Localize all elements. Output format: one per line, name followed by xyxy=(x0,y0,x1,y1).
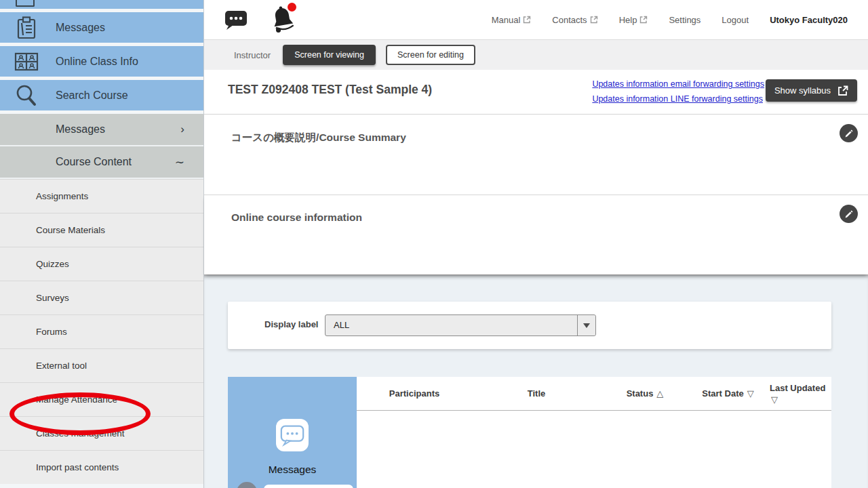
nav-help[interactable]: Help xyxy=(619,15,648,25)
nav-label: Help xyxy=(619,15,637,25)
online-course-info-heading: Online course information xyxy=(204,195,868,224)
sidebar-item-label: Quizzes xyxy=(36,259,69,269)
sidebar-item-label: Classes management xyxy=(36,428,125,439)
nav-logout[interactable]: Logout xyxy=(722,15,749,25)
nav-manual[interactable]: Manual xyxy=(492,15,532,25)
top-bar: Manual Contacts Help xyxy=(204,0,868,40)
sidebar-item-forums[interactable]: Forums xyxy=(0,314,203,348)
course-summary-heading: コースの概要説明/Course Summary xyxy=(204,115,868,145)
column-header-last-updated[interactable]: Last Updated ▽ xyxy=(767,377,831,410)
sidebar-item-label: Import past contents xyxy=(36,462,119,472)
sidebar-item-external-tool[interactable]: External tool xyxy=(0,348,203,382)
sidebar-item-label: Surveys xyxy=(36,293,69,303)
external-link-icon xyxy=(837,85,848,96)
sort-desc-icon[interactable]: ▽ xyxy=(747,388,754,399)
nav-label: Logout xyxy=(722,15,749,25)
sidebar-item-assignments[interactable]: Assignments xyxy=(0,179,203,213)
screen-for-editing-button[interactable]: Screen for editing xyxy=(386,45,475,65)
clipboard-icon xyxy=(5,16,47,40)
search-icon xyxy=(5,84,47,107)
column-header-status[interactable]: Status △ xyxy=(601,377,689,410)
sidebar-item-quizzes[interactable]: Quizzes xyxy=(0,247,203,281)
external-link-icon xyxy=(523,16,531,24)
email-forwarding-settings-link[interactable]: Updates information email forwarding set… xyxy=(592,77,764,92)
view-mode-bar: Instructor Screen for viewing Screen for… xyxy=(204,40,868,70)
table-body-empty xyxy=(357,411,831,488)
sidebar-section-label: Messages xyxy=(56,123,105,136)
pencil-icon xyxy=(844,209,854,220)
sidebar-item-messages-top[interactable]: Messages xyxy=(0,12,203,43)
course-summary-section: コースの概要説明/Course Summary xyxy=(204,114,868,195)
sidebar-item-course-content[interactable]: Course Content ∼ xyxy=(0,146,203,179)
column-header-title: Title xyxy=(472,377,601,410)
clipped-icon xyxy=(16,0,35,7)
sidebar-item-label: Online Class Info xyxy=(56,56,138,68)
logged-in-user: Utokyo Faculty020 xyxy=(770,15,848,25)
sidebar-item-online-class-info[interactable]: Online Class Info xyxy=(0,46,203,77)
sidebar-item-manage-attendance[interactable]: Manage Attendance xyxy=(0,382,203,416)
nav-label: Manual xyxy=(492,15,521,25)
sidebar-item-label: Course Materials xyxy=(36,225,105,235)
chat-bubble-icon[interactable] xyxy=(224,10,248,30)
show-syllabus-button[interactable]: Show syllabus xyxy=(766,79,857,102)
notification-badge-dot xyxy=(288,3,296,12)
sidebar-item-classes-management[interactable]: Classes management xyxy=(0,416,203,450)
pencil-icon xyxy=(844,128,854,139)
sidebar-item-clipped-top[interactable] xyxy=(0,0,203,9)
class-grid-icon xyxy=(5,51,47,73)
sidebar-item-label: Messages xyxy=(56,22,105,34)
forwarding-links: Updates information email forwarding set… xyxy=(592,77,764,106)
notification-bell-icon[interactable] xyxy=(271,5,295,34)
lms-page: Messages Online Class Info xyxy=(0,0,868,488)
display-label-label: Display label xyxy=(264,319,318,329)
sidebar-item-surveys[interactable]: Surveys xyxy=(0,281,203,314)
display-label-selected-value: ALL xyxy=(326,315,577,336)
role-label: Instructor xyxy=(234,50,271,60)
contents-table: Messages Participants Title Status xyxy=(228,377,831,488)
screen-for-viewing-button[interactable]: Screen for viewing xyxy=(283,45,376,65)
clipped-avatar-shape xyxy=(237,482,257,488)
external-link-icon xyxy=(590,16,598,24)
sidebar-item-search-course[interactable]: Search Course xyxy=(0,80,203,110)
content-list-area: Display label ALL xyxy=(204,274,868,488)
sort-desc-icon[interactable]: ▽ xyxy=(771,394,829,405)
clipped-button-shape xyxy=(264,485,353,488)
dropdown-arrow-icon[interactable] xyxy=(577,315,595,336)
main-area: Manual Contacts Help xyxy=(203,0,868,488)
chevron-collapse-icon: ∼ xyxy=(175,155,184,169)
tool-cell-label: Messages xyxy=(228,464,357,476)
chat-bubble-outline-icon xyxy=(276,419,309,451)
edit-course-summary-button[interactable] xyxy=(840,124,858,142)
sidebar-item-messages-section[interactable]: Messages › xyxy=(0,114,203,146)
sidebar-item-label: Search Course xyxy=(56,89,128,102)
sidebar-item-label: External tool xyxy=(36,361,87,371)
sidebar: Messages Online Class Info xyxy=(0,0,203,488)
contents-table-right: Participants Title Status △ Start Date ▽ xyxy=(357,377,831,488)
nav-label: Settings xyxy=(669,15,701,25)
sidebar-item-label: Assignments xyxy=(36,191,88,201)
course-title: TEST Z092408 TEST (Test Sample 4) xyxy=(228,83,432,97)
nav-label: Contacts xyxy=(552,15,587,25)
sort-asc-icon[interactable]: △ xyxy=(656,388,663,399)
display-label-select[interactable]: ALL xyxy=(325,314,596,336)
nav-settings[interactable]: Settings xyxy=(669,15,701,25)
online-course-info-section: Online course information xyxy=(204,195,868,274)
filter-panel: Display label ALL xyxy=(228,302,831,349)
chevron-right-icon: › xyxy=(180,123,184,136)
course-header: TEST Z092408 TEST (Test Sample 4) Update… xyxy=(204,70,868,114)
show-syllabus-label: Show syllabus xyxy=(774,85,831,96)
sidebar-item-import-past-contents[interactable]: Import past contents xyxy=(0,450,203,484)
nav-contacts[interactable]: Contacts xyxy=(552,15,597,25)
column-header-participants: Participants xyxy=(357,377,472,410)
sidebar-item-label: Forums xyxy=(36,327,67,337)
edit-online-course-info-button[interactable] xyxy=(840,205,858,223)
table-header-row: Participants Title Status △ Start Date ▽ xyxy=(357,377,831,411)
messages-tool-cell[interactable]: Messages xyxy=(228,377,357,488)
line-forwarding-settings-link[interactable]: Updates information LINE forwarding sett… xyxy=(592,92,764,106)
sidebar-item-label: Manage Attendance xyxy=(36,394,117,405)
column-header-start-date[interactable]: Start Date ▽ xyxy=(689,377,767,410)
external-link-icon xyxy=(639,16,648,24)
sidebar-item-course-materials[interactable]: Course Materials xyxy=(0,213,203,247)
sidebar-section-label: Course Content xyxy=(56,156,132,168)
